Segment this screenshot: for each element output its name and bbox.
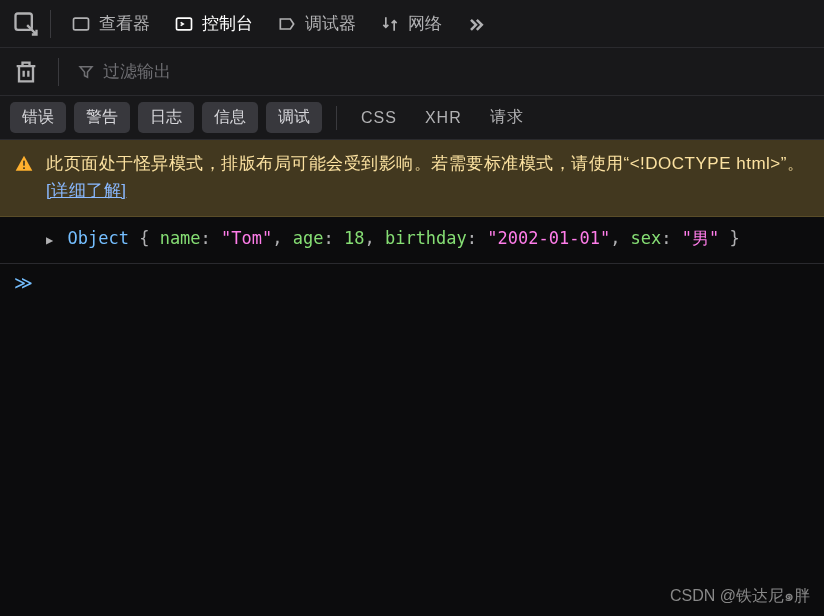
svg-rect-1 xyxy=(74,18,89,30)
chip-info[interactable]: 信息 xyxy=(202,102,258,133)
chip-error[interactable]: 错误 xyxy=(10,102,66,133)
prop-birthday-val: "2002-01-01" xyxy=(487,228,610,248)
console-prompt[interactable]: ≫ xyxy=(0,264,824,301)
svg-rect-4 xyxy=(23,167,25,169)
learn-more-link[interactable]: [详细了解] xyxy=(46,181,126,200)
tabs-overflow[interactable] xyxy=(456,8,496,40)
watermark: CSDN @铁达尼๑胖 xyxy=(670,583,810,608)
prop-name-val: "Tom" xyxy=(221,228,272,248)
tab-network[interactable]: 网络 xyxy=(370,6,452,41)
trash-icon[interactable] xyxy=(12,58,40,86)
chip-log[interactable]: 日志 xyxy=(138,102,194,133)
chip-warning[interactable]: 警告 xyxy=(74,102,130,133)
prop-age-val: 18 xyxy=(344,228,364,248)
filter-input[interactable]: 过滤输出 xyxy=(77,60,171,83)
tab-console[interactable]: 控制台 xyxy=(164,6,263,41)
warning-text: 此页面处于怪异模式，排版布局可能会受到影响。若需要标准模式，请使用“<!DOCT… xyxy=(46,150,810,204)
prop-sex-key: sex xyxy=(631,228,662,248)
prop-birthday-key: birthday xyxy=(385,228,467,248)
devtools-toolbar: 查看器 控制台 调试器 网络 xyxy=(0,0,824,48)
prompt-chevron-icon: ≫ xyxy=(14,272,33,293)
prop-name-key: name xyxy=(160,228,201,248)
filter-placeholder: 过滤输出 xyxy=(103,60,171,83)
console-log-row: ▶ Object { name: "Tom", age: 18, birthda… xyxy=(0,217,824,263)
log-level-bar: 错误 警告 日志 信息 调试 CSS XHR 请求 xyxy=(0,96,824,140)
prop-sex-val: "男" xyxy=(682,228,719,248)
tab-debugger-label: 调试器 xyxy=(305,12,356,35)
filter-bar: 过滤输出 xyxy=(0,48,824,96)
prop-age-key: age xyxy=(293,228,324,248)
divider xyxy=(50,10,51,38)
warning-message: 此页面处于怪异模式，排版布局可能会受到影响。若需要标准模式，请使用“<!DOCT… xyxy=(46,154,804,173)
brace-close: } xyxy=(730,228,740,248)
tab-network-label: 网络 xyxy=(408,12,442,35)
tab-debugger[interactable]: 调试器 xyxy=(267,6,366,41)
tab-inspector[interactable]: 查看器 xyxy=(61,6,160,41)
tab-console-label: 控制台 xyxy=(202,12,253,35)
svg-rect-3 xyxy=(23,161,25,166)
quirks-mode-warning: 此页面处于怪异模式，排版布局可能会受到影响。若需要标准模式，请使用“<!DOCT… xyxy=(0,140,824,217)
divider xyxy=(336,106,337,130)
pick-element-icon[interactable] xyxy=(12,10,40,38)
toggle-requests[interactable]: 请求 xyxy=(480,102,534,133)
log-content: ▶ Object { name: "Tom", age: 18, birthda… xyxy=(46,225,810,252)
toggle-xhr[interactable]: XHR xyxy=(415,104,472,132)
chip-debug[interactable]: 调试 xyxy=(266,102,322,133)
toggle-css[interactable]: CSS xyxy=(351,104,407,132)
divider xyxy=(58,58,59,86)
disclosure-triangle[interactable]: ▶ xyxy=(46,231,53,250)
brace-open: { xyxy=(139,228,159,248)
object-keyword: Object xyxy=(67,228,128,248)
warning-icon xyxy=(14,154,34,182)
funnel-icon xyxy=(77,63,95,81)
tab-inspector-label: 查看器 xyxy=(99,12,150,35)
